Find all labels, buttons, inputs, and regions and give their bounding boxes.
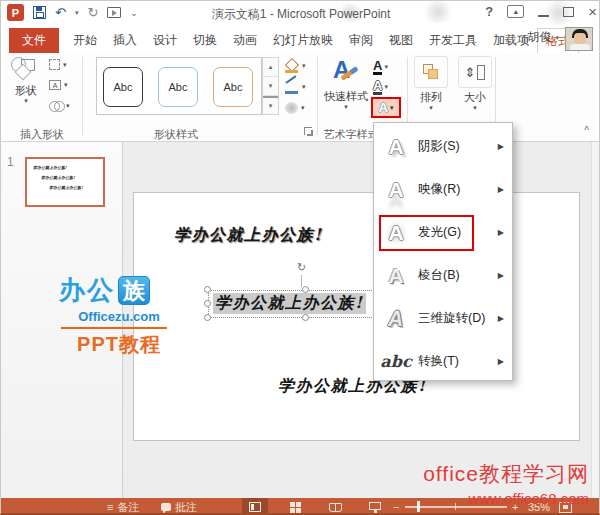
text-box-button[interactable]: A ▾ xyxy=(49,80,68,90)
shape-outline-icon xyxy=(285,81,299,93)
avatar-face xyxy=(574,33,586,44)
ribbon-display-options-icon[interactable]: ▴ xyxy=(507,5,524,18)
gallery-more-icon[interactable]: ▾ xyxy=(263,96,278,115)
shape-styles-dialog-launcher-icon[interactable] xyxy=(304,127,312,135)
text-fill-button[interactable]: A ▾ xyxy=(373,59,388,75)
rotate-handle-line xyxy=(301,275,302,287)
menu-item-transform[interactable]: abc 转换(T) ▶ xyxy=(374,340,512,383)
window-controls: ? ▴ × xyxy=(485,4,597,19)
menu-item-shadow[interactable]: A 阴影(S) ▶ xyxy=(374,125,512,168)
quick-styles-icon: A xyxy=(331,57,361,85)
tab-home[interactable]: 开始 xyxy=(65,28,105,53)
menu-item-reflection[interactable]: A 映像(R) ▶ xyxy=(374,168,512,211)
text-outline-icon: A xyxy=(373,79,382,95)
reading-view-button[interactable] xyxy=(322,498,348,515)
shape-outline-button[interactable]: ▾ xyxy=(285,81,306,93)
comments-button[interactable]: 批注 xyxy=(161,498,197,515)
shape-fill-button[interactable]: ▾ xyxy=(285,60,306,72)
gallery-scroll-down-icon[interactable]: ▾ xyxy=(263,77,278,96)
resize-handle-bottom-center[interactable] xyxy=(302,314,309,321)
redo-icon[interactable]: ↻ xyxy=(87,6,98,19)
collapse-ribbon-icon[interactable]: ^ xyxy=(584,125,589,136)
group-separator xyxy=(82,57,83,135)
shape-styles-gallery: Abc Abc Abc xyxy=(96,57,262,115)
arrange-icon xyxy=(414,56,448,88)
slide-thumbnail[interactable]: 学办公就上办公族! 学办公就上办公族! 学办公就上办公族! xyxy=(25,157,105,207)
shape-style-preview[interactable]: Abc xyxy=(213,67,253,107)
minimize-icon[interactable] xyxy=(538,7,549,17)
notes-button[interactable]: ≡ 备注 xyxy=(107,498,139,515)
quick-access-toolbar: P ↶ ▾ ↻ ⌄ xyxy=(7,4,138,21)
footer-ad-title: office教程学习网 xyxy=(423,460,589,488)
resize-handle-middle-left[interactable] xyxy=(204,300,211,307)
watermark-domain: Officezu.com xyxy=(59,309,179,324)
resize-handle-bottom-left[interactable] xyxy=(204,314,211,321)
shape-style-preview[interactable]: Abc xyxy=(158,67,198,107)
help-icon[interactable]: ? xyxy=(485,4,493,19)
normal-view-button[interactable] xyxy=(242,498,268,515)
tab-developer[interactable]: 开发工具 xyxy=(421,28,485,53)
quick-styles-label: 快速样式 xyxy=(323,89,369,104)
close-icon[interactable]: × xyxy=(588,4,597,19)
zoom-slider-thumb[interactable] xyxy=(417,501,420,512)
rotate-handle-icon[interactable]: ↻ xyxy=(297,262,306,273)
slideshow-view-button[interactable] xyxy=(362,498,388,515)
slide-sorter-view-button[interactable] xyxy=(282,498,308,515)
tab-slideshow[interactable]: 幻灯片放映 xyxy=(265,28,341,53)
tab-view[interactable]: 视图 xyxy=(381,28,421,53)
tab-design[interactable]: 设计 xyxy=(145,28,185,53)
account-user[interactable]: 胡俊 ▾ xyxy=(527,29,559,46)
text-effects-button-highlight-box: A ▾ xyxy=(371,97,401,118)
resize-handle-top-center[interactable] xyxy=(302,286,309,293)
maximize-icon[interactable] xyxy=(563,7,574,17)
glow-highlight-box xyxy=(379,215,474,251)
slide-number: 1 xyxy=(7,155,14,169)
arrange-button[interactable]: 排列 ▾ xyxy=(413,56,449,111)
submenu-arrow-icon: ▶ xyxy=(498,271,504,280)
group-label-shape-styles: 形状样式 xyxy=(141,127,211,142)
user-avatar[interactable] xyxy=(565,27,593,51)
tab-animations[interactable]: 动画 xyxy=(225,28,265,53)
undo-icon[interactable]: ↶ xyxy=(55,6,66,19)
powerpoint-logo-icon[interactable]: P xyxy=(7,4,24,21)
size-button[interactable]: ⇕ 大小 ▾ xyxy=(457,56,493,111)
zoom-out-button[interactable]: − xyxy=(393,498,399,515)
customize-qat-icon[interactable]: ⌄ xyxy=(130,8,138,18)
quick-styles-button[interactable]: A 快速样式 ▾ xyxy=(323,57,369,110)
merge-shapes-dropdown-icon: ▾ xyxy=(66,103,70,109)
edit-shape-icon xyxy=(49,59,60,70)
menu-item-bevel[interactable]: A 棱台(B) ▶ xyxy=(374,254,512,297)
resize-handle-top-left[interactable] xyxy=(204,286,211,293)
undo-dropdown-icon[interactable]: ▾ xyxy=(75,9,79,17)
menu-item-3d-rotation[interactable]: A 三维旋转(D) ▶ xyxy=(374,297,512,340)
text-outline-button[interactable]: A ▾ xyxy=(373,79,388,95)
shapes-button[interactable]: 形状 ▾ xyxy=(7,57,45,104)
text-effects-dropdown-icon: ▾ xyxy=(390,105,394,111)
save-icon[interactable] xyxy=(33,6,46,19)
submenu-arrow-icon: ▶ xyxy=(498,185,504,194)
tab-transitions[interactable]: 切换 xyxy=(185,28,225,53)
tab-file[interactable]: 文件 xyxy=(9,28,59,53)
shape-style-preview[interactable]: Abc xyxy=(103,67,143,107)
slideshow-view-icon xyxy=(369,502,381,510)
vertical-scrollbar[interactable] xyxy=(591,142,600,498)
merge-shapes-button[interactable]: ▾ xyxy=(49,101,70,111)
watermark-brand-box: 族 xyxy=(118,276,150,305)
tab-insert[interactable]: 插入 xyxy=(105,28,145,53)
shape-effects-button[interactable]: ▾ xyxy=(285,102,305,114)
edit-shape-button[interactable]: ▾ xyxy=(49,59,67,70)
watermark-brand: 办公 xyxy=(59,273,115,308)
comments-icon xyxy=(161,503,171,511)
shape-fill-dropdown-icon: ▾ xyxy=(302,63,306,69)
tab-review[interactable]: 审阅 xyxy=(341,28,381,53)
size-icon: ⇕ xyxy=(458,56,492,88)
start-slideshow-icon[interactable] xyxy=(107,7,121,18)
gallery-scroll-up-icon[interactable]: ▴ xyxy=(263,58,278,77)
comments-label: 批注 xyxy=(175,500,197,515)
watermark: 办公 族 Officezu.com PPT教程 xyxy=(59,273,179,358)
user-dropdown-icon: ▾ xyxy=(555,34,559,42)
normal-view-icon xyxy=(249,502,261,512)
text-effects-button[interactable]: A xyxy=(379,101,388,114)
shape-effects-dropdown-icon: ▾ xyxy=(301,105,305,111)
window-title: 演示文稿1 - Microsoft PowerPoint xyxy=(151,6,451,23)
